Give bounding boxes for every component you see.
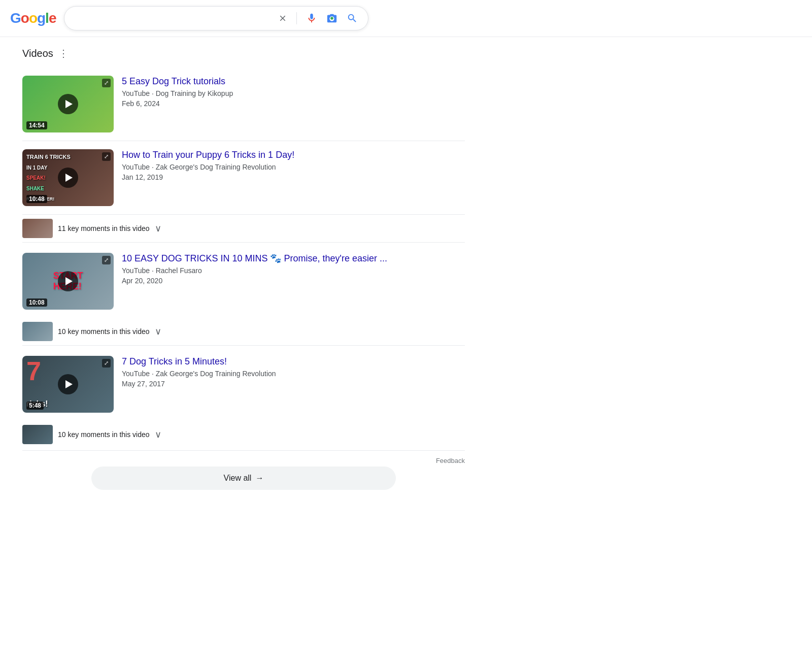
svg-point-0 — [331, 17, 334, 20]
key-moments-4[interactable]: 10 key moments in this video ∨ — [22, 421, 465, 446]
expand-icon-1[interactable]: ⤢ — [102, 79, 111, 87]
chevron-down-icon-2[interactable]: ∨ — [155, 223, 161, 234]
chevron-down-icon-3[interactable]: ∨ — [155, 326, 161, 337]
chevron-down-icon-4[interactable]: ∨ — [155, 429, 161, 440]
image-search-button[interactable] — [324, 11, 340, 26]
play-triangle-icon — [65, 277, 73, 285]
section-divider-3 — [22, 345, 465, 346]
video-source-1: YouTube · Dog Training by Kikopup — [122, 89, 233, 97]
feedback-link[interactable]: Feedback — [436, 457, 465, 464]
expand-icon-4[interactable]: ⤢ — [102, 359, 111, 368]
video-thumbnail-1[interactable]: 14:54 ⤢ — [22, 76, 114, 132]
key-moments-thumb-4 — [22, 425, 53, 444]
play-triangle-icon — [65, 380, 73, 388]
more-options-icon[interactable]: ⋮ — [58, 47, 69, 59]
key-moments-2[interactable]: 11 key moments in this video ∨ — [22, 215, 465, 240]
video-info-4: 7 Dog Tricks in 5 Minutes! YouTube · Zak… — [122, 356, 276, 413]
expand-icon-3[interactable]: ⤢ — [102, 256, 111, 264]
play-button-2[interactable] — [58, 168, 78, 188]
camera-icon — [326, 13, 337, 24]
video-duration-1: 14:54 — [26, 121, 47, 129]
bottom-section: Feedback View all → — [22, 450, 465, 490]
video-title-2[interactable]: How to Train your Puppy 6 Tricks in 1 Da… — [122, 149, 294, 161]
video-title-3[interactable]: 10 EASY DOG TRICKS IN 10 MINS 🐾 Promise,… — [122, 253, 387, 264]
video-info-3: 10 EASY DOG TRICKS IN 10 MINS 🐾 Promise,… — [122, 253, 387, 310]
video-thumbnail-4[interactable]: 7 ricks! 5:48 ⤢ — [22, 356, 114, 413]
main-content: Videos ⋮ 14:54 ⤢ 5 Easy Dog Trick tutori… — [0, 37, 487, 500]
feedback-row: Feedback — [22, 453, 465, 466]
video-source-3: YouTube · Rachel Fusaro — [122, 266, 387, 275]
google-logo: Google — [10, 10, 56, 26]
video-duration-2: 10:48 — [26, 195, 47, 203]
key-moments-3[interactable]: 10 key moments in this video ∨ — [22, 318, 465, 343]
play-button-4[interactable] — [58, 374, 78, 394]
video-date-4: May 27, 2017 — [122, 380, 276, 388]
expand-icon-2[interactable]: ⤢ — [102, 152, 111, 161]
microphone-icon — [306, 13, 317, 24]
search-icon — [347, 13, 358, 24]
video-thumbnail-3[interactable]: STARTHERE! 10:08 ⤢ — [22, 253, 114, 310]
search-input[interactable]: easy dog tricks for puppies — [73, 14, 271, 23]
video-date-1: Feb 6, 2024 — [122, 99, 233, 108]
video-item-1: 14:54 ⤢ 5 Easy Dog Trick tutorials YouTu… — [22, 68, 465, 141]
video-thumbnail-2[interactable]: TRAIN 6 TRICKS IN 1 DAY SPEAK! SHAKE ROL… — [22, 149, 114, 206]
view-all-label: View all — [224, 474, 252, 483]
key-moments-thumb-3 — [22, 322, 53, 341]
voice-search-button[interactable] — [304, 11, 319, 26]
header: Google easy dog tricks for puppies — [0, 0, 812, 37]
section-divider-bottom — [22, 450, 465, 451]
clear-button[interactable] — [276, 12, 289, 25]
video-source-4: YouTube · Zak George's Dog Training Revo… — [122, 370, 276, 378]
video-title-4[interactable]: 7 Dog Tricks in 5 Minutes! — [122, 356, 276, 368]
video-date-2: Jan 12, 2019 — [122, 173, 294, 181]
close-icon — [278, 14, 287, 23]
video-info-2: How to Train your Puppy 6 Tricks in 1 Da… — [122, 149, 294, 206]
search-button[interactable] — [345, 11, 360, 26]
video-item-2: TRAIN 6 TRICKS IN 1 DAY SPEAK! SHAKE ROL… — [22, 141, 465, 215]
divider — [296, 12, 297, 24]
video-duration-4: 5:48 — [26, 402, 44, 410]
section-divider-2 — [22, 242, 465, 243]
view-all-wrap: View all → — [22, 466, 465, 490]
video-info-1: 5 Easy Dog Trick tutorials YouTube · Dog… — [122, 76, 233, 132]
video-item-4: 7 ricks! 5:48 ⤢ 7 Dog Tricks in 5 Minute… — [22, 348, 465, 421]
section-header: Videos ⋮ — [22, 47, 465, 59]
key-moments-text-3: 10 key moments in this video — [58, 327, 150, 336]
key-moments-text-2: 11 key moments in this video — [58, 224, 150, 232]
video-title-1[interactable]: 5 Easy Dog Trick tutorials — [122, 76, 233, 87]
video-source-2: YouTube · Zak George's Dog Training Revo… — [122, 163, 294, 171]
video-item-3: STARTHERE! 10:08 ⤢ 10 EASY DOG TRICKS IN… — [22, 245, 465, 318]
video-date-3: Apr 20, 2020 — [122, 277, 387, 285]
view-all-button[interactable]: View all → — [91, 466, 396, 490]
key-moments-text-4: 10 key moments in this video — [58, 430, 150, 439]
play-triangle-icon — [65, 174, 73, 182]
arrow-right-icon: → — [255, 474, 263, 483]
section-title: Videos — [22, 48, 53, 59]
play-triangle-icon — [65, 100, 73, 108]
key-moments-thumb-2 — [22, 219, 53, 238]
play-button-3[interactable] — [58, 271, 78, 291]
video-duration-3: 10:08 — [26, 298, 47, 307]
search-icons — [276, 11, 360, 26]
search-bar: easy dog tricks for puppies — [64, 6, 368, 30]
play-button-1[interactable] — [58, 94, 78, 114]
